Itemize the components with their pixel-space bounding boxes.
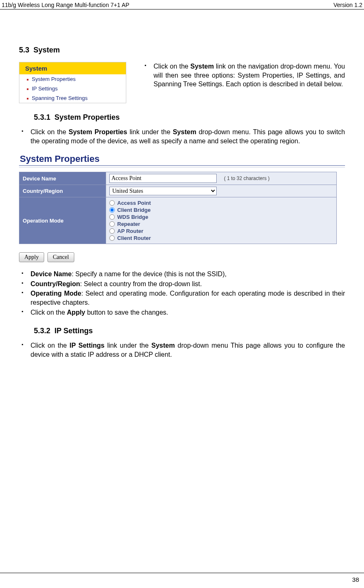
bullet-apply: Click on the Apply button to save the ch…: [19, 308, 345, 317]
mode-access-point[interactable]: Access Point: [109, 200, 333, 206]
mode-label: AP Router: [117, 228, 143, 234]
radio-icon[interactable]: [109, 207, 115, 213]
term: Apply: [67, 309, 85, 316]
t: link under the: [104, 342, 151, 349]
sub2-text: Click on the IP Settings link under the …: [31, 342, 345, 358]
mode-repeater[interactable]: Repeater: [109, 221, 333, 227]
intro-bullet: Click on the System link on the navigati…: [142, 62, 345, 89]
system-nav-item-properties[interactable]: System Properties: [19, 74, 126, 84]
intro-text: Click on the System link on the navigati…: [154, 63, 345, 88]
system-nav-item-ipsettings[interactable]: IP Settings: [19, 84, 126, 93]
desc-post: button to save the changes.: [85, 309, 168, 316]
mode-label: Client Router: [117, 235, 151, 241]
country-label: Country/Region: [19, 185, 106, 197]
device-name-label: Device Name: [19, 172, 106, 185]
bullet-opmode: Operating Mode: Select and operating mod…: [19, 289, 345, 307]
system-nav-item-spanning[interactable]: Spanning Tree Settings: [19, 93, 126, 103]
header-right: Version 1.2: [333, 2, 362, 8]
table-row: Operation Mode Access Point Client Bridg…: [19, 197, 337, 244]
radio-icon[interactable]: [109, 228, 115, 234]
mode-wds-bridge[interactable]: WDS Bridge: [109, 214, 333, 220]
nav-item-label: IP Settings: [32, 85, 58, 92]
section-heading: 5.3 System: [19, 46, 345, 55]
page-number: 38: [352, 576, 359, 583]
subsection-heading-2: 5.3.2 IP Settings: [34, 327, 345, 335]
country-select[interactable]: United States: [109, 187, 217, 195]
term: Country/Region: [31, 280, 80, 287]
opmode-cell: Access Point Client Bridge WDS Bridge Re…: [106, 197, 337, 244]
radio-icon[interactable]: [109, 235, 115, 241]
subsection-number: 5.3.2: [34, 327, 50, 335]
sub1-text: Click on the System Properties link unde…: [31, 128, 345, 145]
mode-label: Access Point: [117, 200, 151, 206]
radio-icon[interactable]: [109, 221, 115, 227]
radio-icon[interactable]: [109, 200, 115, 206]
footer-divider: [0, 573, 364, 573]
page-content: 5.3 System System System Properties IP S…: [0, 9, 364, 359]
section-number: 5.3: [19, 46, 29, 54]
system-properties-panel: System Properties Device Name ( 1 to 32 …: [19, 151, 345, 262]
button-row: Apply Cancel: [19, 252, 345, 262]
bullet-country: Country/Region: Select a country from th…: [19, 280, 345, 289]
system-nav-title[interactable]: System: [19, 62, 126, 74]
intro-paragraph-wrap: Click on the System link on the navigati…: [142, 62, 345, 103]
country-cell: United States: [106, 185, 337, 197]
table-row: Device Name ( 1 to 32 characters ): [19, 172, 337, 185]
bullet-device-name: Device Name: Specify a name for the devi…: [19, 270, 345, 279]
radio-icon[interactable]: [109, 214, 115, 220]
bullet-icon: [27, 79, 28, 81]
intro-row: System System Properties IP Settings Spa…: [19, 62, 345, 103]
subsection-title: System Properties: [54, 113, 120, 121]
nav-item-label: System Properties: [32, 76, 76, 82]
opmode-label: Operation Mode: [19, 197, 106, 244]
mode-ap-router[interactable]: AP Router: [109, 228, 333, 234]
header-left: 11b/g Wireless Long Range Multi-function…: [2, 2, 129, 8]
char-note: ( 1 to 32 characters ): [224, 175, 270, 181]
t: Click on the: [31, 342, 70, 349]
mode-client-bridge[interactable]: Client Bridge: [109, 207, 333, 213]
mode-label: WDS Bridge: [117, 214, 148, 220]
subsection-title: IP Settings: [54, 327, 93, 335]
sub2-bullet: Click on the IP Settings link under the …: [19, 341, 345, 359]
page-header: 11b/g Wireless Long Range Multi-function…: [0, 0, 364, 9]
sub1-bullet: Click on the System Properties link unde…: [19, 128, 345, 145]
t: IP Settings: [70, 342, 105, 349]
desc: : Select a country from the drop-down li…: [80, 280, 202, 287]
apply-button[interactable]: Apply: [19, 252, 44, 262]
system-nav-menu: System System Properties IP Settings Spa…: [19, 62, 126, 103]
after-bullets: Device Name: Specify a name for the devi…: [19, 270, 345, 317]
device-name-input[interactable]: [109, 174, 217, 183]
term: Device Name: [31, 270, 72, 277]
mode-label: Repeater: [117, 221, 140, 227]
cancel-button[interactable]: Cancel: [47, 252, 74, 262]
subsection-number: 5.3.1: [34, 113, 50, 121]
term: Operating Mode: [31, 290, 81, 297]
desc: : Specify a name for the device (this is…: [72, 270, 227, 277]
subsection-heading-1: 5.3.1 System Properties: [34, 113, 345, 122]
nav-item-label: Spanning Tree Settings: [32, 95, 87, 101]
device-name-cell: ( 1 to 32 characters ): [106, 172, 337, 185]
properties-table: Device Name ( 1 to 32 characters ) Count…: [19, 172, 337, 244]
panel-divider: [19, 165, 345, 168]
table-row: Country/Region United States: [19, 185, 337, 197]
mode-client-router[interactable]: Client Router: [109, 235, 333, 241]
section-title: System: [33, 46, 60, 54]
panel-title: System Properties: [19, 151, 345, 165]
t: System: [151, 342, 175, 349]
bullet-icon: [27, 98, 28, 100]
bullet-icon: [27, 88, 28, 90]
mode-label: Client Bridge: [117, 207, 151, 213]
desc-pre: Click on the: [31, 309, 67, 316]
